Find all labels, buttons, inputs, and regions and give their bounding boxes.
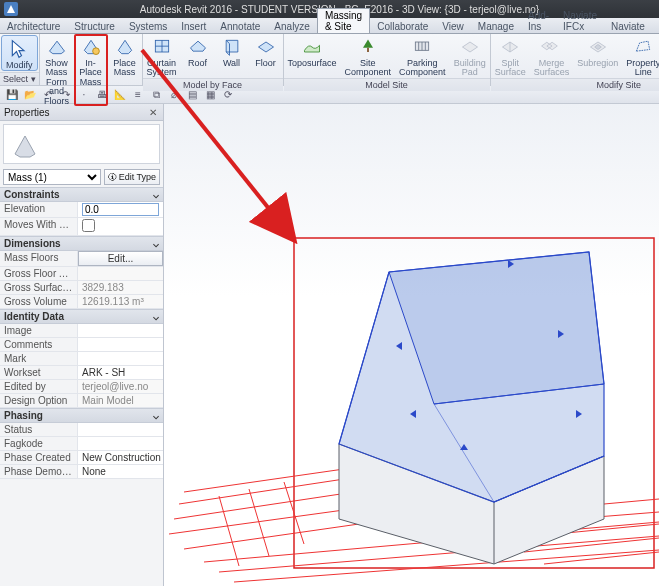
place-mass-button[interactable]: Place Mass [108, 34, 142, 106]
viewport-canvas[interactable] [164, 104, 659, 586]
type-selector[interactable]: Mass (1) [3, 169, 101, 185]
select-panel-label[interactable]: Select ▾ [0, 72, 39, 85]
tab-view[interactable]: View [435, 20, 471, 33]
mass-floors-edit-button[interactable]: Edit... [78, 251, 163, 266]
place-mass-icon [112, 36, 138, 58]
site-component-button[interactable]: Site Component [341, 34, 396, 78]
cursor-icon [6, 38, 32, 60]
prop-row: Status [0, 423, 163, 437]
prop-row: Elevation [0, 202, 163, 218]
tab-analyze[interactable]: Analyze [267, 20, 317, 33]
ribbon-group-conceptual-mass: Show Mass Form and Floors In-Place Mass … [40, 34, 143, 85]
ribbon-group-model-site: Toposurface Site Component Parking Compo… [284, 34, 491, 85]
properties-title: Properties [4, 107, 50, 118]
qat-3d-icon[interactable]: ⧉ [150, 89, 162, 101]
svg-line-23 [544, 552, 659, 564]
building-pad-icon [457, 36, 483, 58]
parking-component-button[interactable]: Parking Component [395, 34, 450, 78]
prop-row: WorksetARK - SH [0, 366, 163, 380]
expand-icon: ⌵ [153, 410, 159, 421]
prop-row: Phase DemolishedNone [0, 465, 163, 479]
tab-architecture[interactable]: Architecture [0, 20, 67, 33]
section-constraints[interactable]: Constraints⌵ [0, 187, 163, 202]
ribbon-tabbar: ArchitectureStructureSystemsInsertAnnota… [0, 18, 659, 34]
prop-row: Fagkode [0, 437, 163, 451]
section-dimensions[interactable]: Dimensions⌵ [0, 236, 163, 251]
roof-button[interactable]: Roof [181, 34, 215, 78]
expand-icon: ⌵ [153, 189, 159, 200]
property-line-button[interactable]: Property Line [622, 34, 659, 78]
curtain-system-button[interactable]: Curtain System [143, 34, 181, 78]
show-mass-button[interactable]: Show Mass Form and Floors [40, 34, 74, 106]
show-mass-icon [44, 36, 70, 58]
merge-icon [538, 36, 564, 58]
ribbon: Modify Select ▾ Show Mass Form and Floor… [0, 34, 659, 86]
wall-button[interactable]: Wall [215, 34, 249, 78]
svg-line-12 [179, 476, 364, 504]
prop-row: Mark [0, 352, 163, 366]
svg-rect-4 [367, 48, 369, 52]
tab-naviate-fire-[interactable]: Naviate Fire& [652, 9, 659, 33]
tab-collaborate[interactable]: Collaborate [370, 20, 435, 33]
qat-save-icon[interactable]: 💾 [6, 89, 18, 101]
type-preview [3, 124, 160, 164]
prop-row: Mass FloorsEdit... [0, 251, 163, 267]
tab-insert[interactable]: Insert [174, 20, 213, 33]
tab-naviate[interactable]: Naviate [604, 20, 652, 33]
prop-row: Image [0, 324, 163, 338]
split-surface-button[interactable]: Split Surface [491, 34, 530, 78]
3d-viewport[interactable] [164, 104, 659, 586]
section-identity[interactable]: Identity Data⌵ [0, 309, 163, 324]
section-phasing[interactable]: Phasing⌵ [0, 408, 163, 423]
properties-palette: Properties ✕ Mass (1) 🛈Edit Type Constra… [0, 104, 164, 586]
app-logo [4, 2, 18, 16]
subregion-icon [585, 36, 611, 58]
tab-naviate-ifcx[interactable]: Naviate IFCx [556, 9, 604, 33]
properties-header: Properties ✕ [0, 104, 163, 121]
floor-icon [253, 36, 279, 58]
main-area: Properties ✕ Mass (1) 🛈Edit Type Constra… [0, 104, 659, 586]
qat-sync-icon[interactable]: ⟳ [222, 89, 234, 101]
ribbon-group-select: Modify Select ▾ [0, 34, 40, 85]
tab-structure[interactable]: Structure [67, 20, 122, 33]
edit-type-button[interactable]: 🛈Edit Type [104, 169, 160, 185]
tree-icon [355, 36, 381, 58]
qat-close-hidden-icon[interactable]: ▦ [204, 89, 216, 101]
modify-button[interactable]: Modify [1, 35, 38, 71]
prop-row: Phase CreatedNew Construction [0, 451, 163, 465]
split-icon [497, 36, 523, 58]
prop-row: Moves With Nearby ... [0, 218, 163, 236]
ribbon-group-model-by-face: Curtain System Roof Wall Floor Model by … [143, 34, 284, 85]
close-icon[interactable]: ✕ [147, 106, 159, 118]
prop-row: Gross Floor Area [0, 267, 163, 281]
prop-row: Gross Volume12619.113 m³ [0, 295, 163, 309]
model-site-panel-label: Model Site [284, 78, 490, 91]
merge-surfaces-button[interactable]: Merge Surfaces [530, 34, 574, 78]
tab-manage[interactable]: Manage [471, 20, 521, 33]
svg-line-11 [184, 469, 344, 492]
floor-button[interactable]: Floor [249, 34, 283, 78]
parking-icon [409, 36, 435, 58]
svg-line-26 [219, 496, 239, 566]
tab-massing-site[interactable]: Massing & Site [317, 8, 370, 33]
tab-systems[interactable]: Systems [122, 20, 174, 33]
moves-nearby-checkbox[interactable] [82, 219, 95, 232]
qat-section-icon[interactable]: ⌀ [168, 89, 180, 101]
building-pad-button[interactable]: Building Pad [450, 34, 490, 78]
prop-row: Design OptionMain Model [0, 394, 163, 408]
qat-open-icon[interactable]: 📂 [24, 89, 36, 101]
ribbon-group-modify-site: Split Surface Merge Surfaces Subregion P… [491, 34, 659, 85]
subregion-button[interactable]: Subregion [573, 34, 622, 78]
in-place-mass-button[interactable]: In-Place Mass [74, 34, 108, 106]
elevation-field[interactable] [82, 203, 159, 216]
tab-add-ins[interactable]: Add-Ins [521, 9, 556, 33]
qat-thin-lines-icon[interactable]: ▤ [186, 89, 198, 101]
expand-icon: ⌵ [153, 238, 159, 249]
roof-icon [185, 36, 211, 58]
wall-icon [219, 36, 245, 58]
prop-row: Edited byterjeol@live.no [0, 380, 163, 394]
toposurface-button[interactable]: Toposurface [284, 34, 341, 78]
svg-point-0 [92, 48, 99, 55]
toposurface-icon [299, 36, 325, 58]
tab-annotate[interactable]: Annotate [213, 20, 267, 33]
